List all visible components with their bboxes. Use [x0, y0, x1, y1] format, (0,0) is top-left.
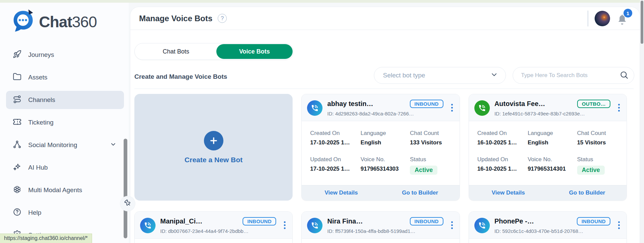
direction-badge: INBOUND — [577, 217, 610, 225]
brand-name-secondary: 360 — [72, 13, 97, 31]
sidebar-scrollbar[interactable] — [124, 139, 127, 238]
bot-card: Autovista Fee… OUTBO… ID: 1efe491c-5873-… — [469, 94, 627, 201]
direction-badge: INBOUND — [410, 217, 443, 225]
stat-label: Language — [360, 130, 410, 137]
rocket-icon — [13, 50, 22, 60]
sidebar-item-help[interactable]: Help — [6, 204, 124, 222]
sidebar-nav: Journeys Assets Channels — [6, 46, 124, 243]
sidebar: Chat360 Journeys Ass — [0, 3, 129, 243]
stat-value: 917965314303 — [360, 166, 410, 172]
bot-type-select[interactable]: Select bot type — [374, 67, 506, 84]
avatar[interactable] — [595, 11, 610, 26]
sidebar-item-multi-modal-agents[interactable]: Multi Modal Agents — [6, 181, 124, 199]
sidebar-item-ticketing[interactable]: Ticketing — [6, 113, 124, 132]
bot-card-header: PhonePe -… INBOUND ID: 592c6c1c-4d03-470… — [469, 212, 627, 239]
sparkles-icon — [13, 163, 22, 173]
stat-label: Chat Count — [410, 130, 454, 137]
stat-label: Voice No. — [528, 156, 577, 163]
sidebar-item-ai-hub[interactable]: AI Hub — [6, 159, 124, 177]
knot-icon — [13, 185, 22, 196]
page-scrollbar-thumb[interactable] — [641, 1, 643, 44]
pin-sidebar-button[interactable] — [120, 196, 135, 211]
notification-count-badge: 1 — [624, 9, 632, 18]
bot-card-header: Manipal_Ci… INBOUND ID: db007667-23e4-44… — [135, 212, 292, 239]
plus-icon[interactable] — [204, 131, 223, 150]
sidebar-item-label: Ticketing — [28, 119, 53, 126]
kebab-menu-button[interactable] — [450, 102, 454, 113]
stat-value: 16-10-2025 1… — [477, 166, 528, 172]
go-to-builder-link[interactable]: Go to Builder — [381, 189, 460, 196]
brand-logo[interactable]: Chat360 — [10, 8, 97, 36]
section-divider — [134, 89, 634, 89]
bot-card-head-text: Autovista Fee… OUTBO… ID: 1efe491c-5873-… — [495, 100, 610, 116]
notifications-button[interactable]: 1 — [616, 11, 630, 26]
search-icon[interactable] — [619, 70, 629, 81]
route-icon — [13, 95, 22, 105]
brand-name-primary: Chat — [39, 13, 72, 31]
stat-label: Chat Count — [577, 130, 621, 137]
status-badge: Active — [410, 166, 437, 175]
stat-label: Status — [577, 156, 621, 163]
stat-value: 16-10-2025 1… — [477, 139, 528, 146]
stat-value: English — [360, 139, 410, 146]
page-title: Manage Voice Bots — [139, 14, 212, 23]
create-new-bot-label: Create a New Bot — [184, 156, 243, 164]
tab-chat-bots[interactable]: Chat Bots — [135, 43, 217, 60]
stat-value: 15 Visitors — [577, 139, 621, 146]
go-to-builder-link[interactable]: Go to Builder — [548, 189, 627, 196]
bot-card: abhay testin… INBOUND ID: 4d298263-8da2-… — [301, 94, 460, 201]
stat-label: Created On — [310, 130, 360, 137]
voice-bot-phone-icon — [140, 218, 156, 233]
sidebar-item-channels[interactable]: Channels — [6, 91, 124, 109]
sidebar-item-label: Help — [28, 209, 41, 216]
bot-id: ID: ff5739f4-150a-4ffa-bdb8-5199ad1… — [327, 228, 443, 234]
chevron-down-icon — [490, 71, 498, 80]
kebab-menu-button[interactable] — [617, 220, 621, 230]
sidebar-item-journeys[interactable]: Journeys — [6, 46, 124, 64]
bot-name: Nira Fina… — [327, 217, 363, 225]
stat-label: Created On — [477, 130, 528, 137]
bot-name: PhonePe -… — [495, 217, 534, 225]
bot-card-header: Autovista Fee… OUTBO… ID: 1efe491c-5873-… — [469, 94, 627, 121]
sidebar-item-label: Channels — [28, 96, 55, 104]
kebab-menu-button[interactable] — [283, 220, 287, 230]
sidebar-item-label: Multi Modal Agents — [28, 186, 82, 194]
voice-bot-phone-icon — [474, 218, 490, 233]
search-bots-input[interactable] — [521, 72, 619, 79]
section-title: Create and Manage Voice Bots — [134, 73, 227, 80]
sidebar-item-social-monitoring[interactable]: Social Monitoring — [6, 136, 124, 154]
bot-card-header: Nira Fina… INBOUND ID: ff5739f4-150a-4ff… — [302, 212, 459, 239]
bot-id: ID: db007667-23e4-44a4-9f74-2bdbb… — [160, 228, 276, 234]
bot-card-head-text: PhonePe -… INBOUND ID: 592c6c1c-4d03-470… — [495, 217, 610, 234]
tab-voice-bots[interactable]: Voice Bots — [216, 44, 293, 59]
header-divider — [587, 10, 589, 27]
bot-card: PhonePe -… INBOUND ID: 592c6c1c-4d03-470… — [469, 211, 627, 243]
bot-card-head-text: Manipal_Ci… INBOUND ID: db007667-23e4-44… — [160, 217, 276, 234]
view-details-link[interactable]: View Details — [469, 189, 548, 196]
page-scrollbar[interactable] — [640, 0, 644, 243]
sidebar-item-assets[interactable]: Assets — [6, 68, 124, 86]
direction-badge: INBOUND — [243, 217, 276, 225]
voice-bot-phone-icon — [474, 100, 490, 116]
bot-card: Nira Fina… INBOUND ID: ff5739f4-150a-4ff… — [301, 211, 460, 243]
sidebar-item-label: Social Monitoring — [28, 141, 77, 149]
view-details-link[interactable]: View Details — [302, 189, 381, 196]
ticket-icon — [13, 117, 22, 128]
bot-id: ID: 592c6c1c-4d03-470e-b51d-20768… — [495, 228, 610, 234]
bot-id: ID: 1efe491c-5873-49ee-83b7-c2693e… — [495, 111, 610, 116]
voice-bot-phone-icon — [307, 218, 323, 233]
stat-value: 133 Visitors — [410, 139, 454, 146]
kebab-menu-button[interactable] — [450, 220, 454, 230]
direction-badge: OUTBO… — [577, 100, 610, 108]
stat-value: 17-10-2025 1… — [310, 139, 360, 146]
chat360-bubble-icon — [10, 8, 36, 36]
create-new-bot-card[interactable]: Create a New Bot — [134, 94, 293, 201]
chevron-down-icon[interactable] — [110, 141, 117, 149]
stat-label: Updated On — [477, 156, 528, 163]
bot-name: Autovista Fee… — [495, 100, 545, 108]
bot-name: Manipal_Ci… — [160, 217, 203, 225]
bot-card-head-text: abhay testin… INBOUND ID: 4d298263-8da2-… — [327, 100, 443, 116]
direction-badge: INBOUND — [410, 100, 443, 108]
kebab-menu-button[interactable] — [617, 102, 621, 113]
help-circle-icon[interactable]: ? — [218, 14, 227, 23]
